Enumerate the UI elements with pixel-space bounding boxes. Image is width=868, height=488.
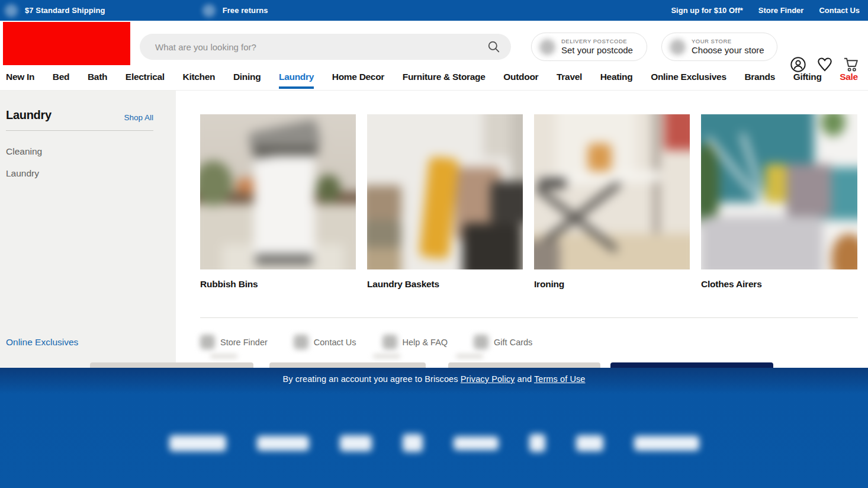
- returns-promo: Free returns: [202, 4, 268, 17]
- nav-online-exclusives[interactable]: Online Exclusives: [651, 68, 726, 89]
- form-field-stub[interactable]: [269, 362, 426, 368]
- category-title[interactable]: Laundry Baskets: [367, 279, 523, 290]
- laundry-sidebar: Laundry Shop All Cleaning Laundry Online…: [0, 91, 176, 368]
- site-footer: By creating an account you agree to Bris…: [0, 368, 868, 488]
- category-cards-area: Rubbish Bins Laundry Baskets: [176, 91, 868, 368]
- nav-home-decor[interactable]: Home Decor: [332, 68, 384, 89]
- nav-dining[interactable]: Dining: [233, 68, 261, 89]
- category-title[interactable]: Ironing: [534, 279, 690, 290]
- sidebar-item-cleaning[interactable]: Cleaning: [6, 146, 153, 157]
- laundry-mega-panel: Laundry Shop All Cleaning Laundry Online…: [0, 91, 868, 368]
- nav-brands[interactable]: Brands: [744, 68, 775, 89]
- site-header: DELIVERY POSTCODE Set your postcode YOUR…: [0, 21, 868, 67]
- your-store-label: YOUR STORE: [692, 38, 764, 45]
- nav-furniture-storage[interactable]: Furniture & Storage: [403, 68, 486, 89]
- category-title[interactable]: Rubbish Bins: [200, 279, 356, 290]
- laundry-baskets-image: [367, 114, 523, 269]
- nav-gifting[interactable]: Gifting: [793, 68, 822, 89]
- payment-logo-icon: [529, 434, 545, 452]
- shop-all-link[interactable]: Shop All: [124, 113, 153, 122]
- category-title[interactable]: Clothes Airers: [701, 279, 857, 290]
- category-card-laundry-baskets[interactable]: Laundry Baskets: [367, 114, 523, 290]
- nav-kitchen[interactable]: Kitchen: [182, 68, 215, 89]
- topbar-promos: $7 Standard Shipping Free returns: [5, 4, 268, 17]
- payment-logo-icon: [257, 436, 309, 451]
- sidebar-divider: [6, 130, 153, 131]
- sidebar-online-exclusives-link[interactable]: Online Exclusives: [6, 337, 78, 348]
- agreement-prefix: By creating an account you agree to Bris…: [282, 374, 460, 384]
- nav-new-in[interactable]: New In: [6, 68, 34, 89]
- clothes-airers-image: [701, 114, 857, 269]
- quicklink-help-faq[interactable]: Help & FAQ: [382, 335, 448, 349]
- contact-icon: [294, 335, 308, 349]
- ironing-image: [534, 114, 690, 269]
- store-icon: [670, 39, 686, 55]
- rubbish-bins-image: [200, 114, 356, 269]
- nav-outdoor[interactable]: Outdoor: [503, 68, 538, 89]
- nav-bed[interactable]: Bed: [53, 68, 69, 89]
- shipping-icon: [5, 4, 18, 17]
- payment-logos-row: [0, 434, 868, 452]
- privacy-policy-link[interactable]: Privacy Policy: [461, 374, 515, 384]
- panel-divider: [200, 317, 858, 318]
- topbar-links: Sign up for $10 Off* Store Finder Contac…: [671, 6, 860, 15]
- category-nav: New In Bed Bath Electrical Kitchen Dinin…: [0, 67, 868, 91]
- nav-bath[interactable]: Bath: [88, 68, 107, 89]
- store-finder-icon: [200, 335, 215, 349]
- search-bar: [140, 34, 511, 60]
- signup-form-stubs: [0, 362, 868, 368]
- agreement-middle: and: [515, 374, 534, 384]
- contact-us-link[interactable]: Contact Us: [819, 6, 860, 15]
- signup-link[interactable]: Sign up for $10 Off*: [671, 6, 742, 15]
- delivery-postcode-label: DELIVERY POSTCODE: [561, 38, 633, 45]
- briscoes-logo[interactable]: [3, 22, 130, 65]
- shipping-promo-label: $7 Standard Shipping: [25, 6, 105, 15]
- returns-promo-label: Free returns: [223, 6, 268, 15]
- nav-travel[interactable]: Travel: [557, 68, 582, 89]
- sidebar-item-laundry[interactable]: Laundry: [6, 168, 153, 179]
- account-agreement-text: By creating an account you agree to Bris…: [0, 368, 868, 384]
- pin-icon: [539, 39, 555, 55]
- nav-electrical[interactable]: Electrical: [126, 68, 165, 89]
- nav-sale[interactable]: Sale: [840, 68, 858, 89]
- quicklink-gift-cards[interactable]: Gift Cards: [474, 335, 532, 349]
- category-card-rubbish-bins[interactable]: Rubbish Bins: [200, 114, 356, 290]
- top-utility-bar: $7 Standard Shipping Free returns Sign u…: [0, 0, 868, 21]
- search-input[interactable]: [155, 42, 487, 52]
- nav-laundry-active[interactable]: Laundry: [279, 68, 314, 89]
- quicklink-contact-us[interactable]: Contact Us: [294, 335, 356, 349]
- sidebar-title: Laundry: [6, 108, 52, 122]
- payment-logo-icon: [576, 435, 603, 451]
- form-submit-stub[interactable]: [610, 362, 773, 368]
- returns-icon: [202, 4, 216, 17]
- help-icon: [382, 335, 397, 349]
- payment-logo-icon: [340, 435, 372, 451]
- payment-logo-icon: [403, 434, 423, 452]
- form-field-stub[interactable]: [90, 362, 253, 368]
- search-icon[interactable]: [487, 40, 500, 53]
- store-finder-link[interactable]: Store Finder: [758, 6, 804, 15]
- nav-heating[interactable]: Heating: [600, 68, 633, 89]
- payment-logo-icon: [454, 436, 499, 450]
- payment-logo-icon: [634, 436, 699, 451]
- your-store-button[interactable]: YOUR STORE Choose your store: [661, 33, 777, 61]
- your-store-value: Choose your store: [692, 45, 764, 56]
- delivery-postcode-value: Set your postcode: [561, 45, 633, 56]
- quicklinks-row: Store Finder Contact Us Help & FAQ Gift …: [200, 335, 532, 349]
- gift-card-icon: [474, 335, 488, 349]
- terms-of-use-link[interactable]: Terms of Use: [534, 374, 586, 384]
- category-card-clothes-airers[interactable]: Clothes Airers: [701, 114, 857, 290]
- category-card-ironing[interactable]: Ironing: [534, 114, 690, 290]
- payment-logo-icon: [169, 435, 226, 451]
- delivery-postcode-button[interactable]: DELIVERY POSTCODE Set your postcode: [531, 33, 647, 61]
- form-field-stub[interactable]: [448, 362, 600, 368]
- shipping-promo: $7 Standard Shipping: [5, 4, 105, 17]
- quicklink-store-finder[interactable]: Store Finder: [200, 335, 268, 349]
